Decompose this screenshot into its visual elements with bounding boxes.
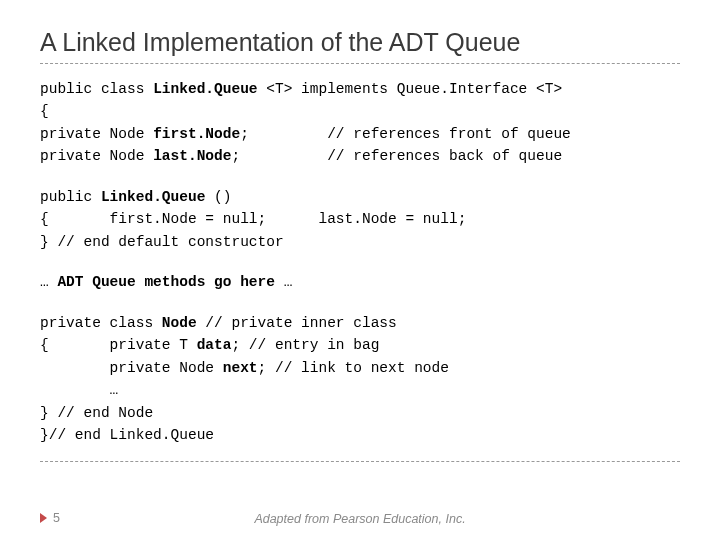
code-text: <T> implements Queue.Interface <T> <box>258 81 563 97</box>
code-text: }// end Linked.Queue <box>40 427 214 443</box>
code-text: ; // entry in bag <box>231 337 379 353</box>
code-text: ; // references back of queue <box>231 148 562 164</box>
code-text: { <box>40 103 49 119</box>
code-block-node: private class Node // private inner clas… <box>40 312 680 447</box>
code-text: } // end Node <box>40 405 153 421</box>
slide: A Linked Implementation of the ADT Queue… <box>0 0 720 540</box>
code-bold: first.Node <box>153 126 240 142</box>
footer-divider <box>40 461 680 462</box>
page-number-wrap: 5 <box>40 511 60 525</box>
code-text: private class <box>40 315 162 331</box>
arrow-right-icon <box>40 513 47 523</box>
code-text: … <box>40 382 118 398</box>
code-bold: Linked.Queue <box>153 81 257 97</box>
code-text: … <box>275 274 292 290</box>
code-text: ; // references front of queue <box>240 126 571 142</box>
code-text: { private T <box>40 337 197 353</box>
code-bold: Node <box>162 315 197 331</box>
code-text: } // end default constructor <box>40 234 284 250</box>
slide-title: A Linked Implementation of the ADT Queue <box>40 28 680 57</box>
code-text: private Node <box>40 360 223 376</box>
code-text: public class <box>40 81 153 97</box>
code-text: () <box>205 189 231 205</box>
code-bold: ADT Queue methods go here <box>57 274 275 290</box>
title-divider <box>40 63 680 64</box>
footer-credit: Adapted from Pearson Education, Inc. <box>254 512 465 526</box>
code-text: // private inner class <box>197 315 397 331</box>
code-block-ctor: public Linked.Queue () { first.Node = nu… <box>40 186 680 253</box>
page-number: 5 <box>53 511 60 525</box>
code-text: private Node <box>40 148 153 164</box>
code-bold: Linked.Queue <box>101 189 205 205</box>
code-text: ; // link to next node <box>258 360 449 376</box>
code-text: private Node <box>40 126 153 142</box>
code-text: public <box>40 189 101 205</box>
footer: 5 Adapted from Pearson Education, Inc. <box>40 511 680 526</box>
code-block-decl: public class Linked.Queue <T> implements… <box>40 78 680 168</box>
code-bold: last.Node <box>153 148 231 164</box>
code-bold: next <box>223 360 258 376</box>
code-block-ellipsis: … ADT Queue methods go here … <box>40 271 680 293</box>
code-bold: data <box>197 337 232 353</box>
code-text: … <box>40 274 57 290</box>
code-text: { first.Node = null; last.Node = null; <box>40 211 466 227</box>
